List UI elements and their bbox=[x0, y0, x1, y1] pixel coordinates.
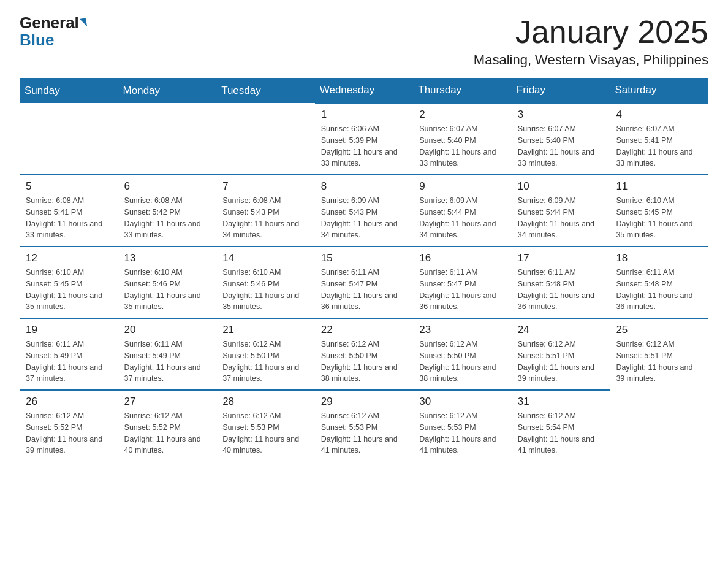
calendar-header-saturday: Saturday bbox=[610, 78, 708, 103]
day-info: Sunrise: 6:09 AM Sunset: 5:44 PM Dayligh… bbox=[518, 195, 604, 241]
day-info: Sunrise: 6:09 AM Sunset: 5:43 PM Dayligh… bbox=[321, 195, 408, 241]
day-info: Sunrise: 6:12 AM Sunset: 5:51 PM Dayligh… bbox=[616, 339, 702, 385]
calendar-cell: 4Sunrise: 6:07 AM Sunset: 5:41 PM Daylig… bbox=[610, 103, 708, 175]
calendar-cell: 23Sunrise: 6:12 AM Sunset: 5:50 PM Dayli… bbox=[413, 318, 512, 390]
day-info: Sunrise: 6:12 AM Sunset: 5:52 PM Dayligh… bbox=[124, 410, 211, 456]
day-info: Sunrise: 6:08 AM Sunset: 5:43 PM Dayligh… bbox=[222, 195, 309, 241]
calendar-cell: 27Sunrise: 6:12 AM Sunset: 5:52 PM Dayli… bbox=[118, 390, 217, 461]
day-number: 23 bbox=[419, 324, 506, 336]
day-number: 11 bbox=[616, 180, 702, 193]
calendar-header-friday: Friday bbox=[512, 78, 610, 103]
day-info: Sunrise: 6:10 AM Sunset: 5:46 PM Dayligh… bbox=[124, 267, 211, 313]
day-info: Sunrise: 6:12 AM Sunset: 5:50 PM Dayligh… bbox=[321, 339, 408, 385]
calendar-header-wednesday: Wednesday bbox=[315, 78, 414, 103]
day-number: 17 bbox=[518, 252, 604, 264]
calendar-cell bbox=[118, 103, 217, 175]
day-info: Sunrise: 6:11 AM Sunset: 5:49 PM Dayligh… bbox=[26, 339, 112, 385]
day-info: Sunrise: 6:11 AM Sunset: 5:48 PM Dayligh… bbox=[518, 267, 604, 313]
day-number: 29 bbox=[321, 396, 408, 408]
day-number: 15 bbox=[321, 252, 408, 264]
calendar-header-monday: Monday bbox=[118, 78, 217, 103]
day-number: 13 bbox=[124, 252, 211, 264]
calendar-cell: 28Sunrise: 6:12 AM Sunset: 5:53 PM Dayli… bbox=[216, 390, 315, 461]
calendar-week-row: 26Sunrise: 6:12 AM Sunset: 5:52 PM Dayli… bbox=[20, 390, 708, 461]
logo-general-text: General bbox=[20, 15, 79, 31]
calendar-cell: 15Sunrise: 6:11 AM Sunset: 5:47 PM Dayli… bbox=[315, 247, 414, 318]
calendar-cell: 25Sunrise: 6:12 AM Sunset: 5:51 PM Dayli… bbox=[610, 318, 708, 390]
day-info: Sunrise: 6:07 AM Sunset: 5:41 PM Dayligh… bbox=[616, 123, 702, 169]
logo-arrow-icon bbox=[80, 18, 87, 28]
day-number: 30 bbox=[419, 396, 506, 408]
day-number: 18 bbox=[616, 252, 702, 264]
calendar-cell: 8Sunrise: 6:09 AM Sunset: 5:43 PM Daylig… bbox=[315, 175, 414, 247]
day-number: 10 bbox=[518, 180, 604, 193]
day-info: Sunrise: 6:11 AM Sunset: 5:48 PM Dayligh… bbox=[616, 267, 702, 313]
day-info: Sunrise: 6:09 AM Sunset: 5:44 PM Dayligh… bbox=[419, 195, 506, 241]
day-number: 4 bbox=[616, 109, 702, 121]
day-number: 3 bbox=[518, 109, 604, 121]
location-title: Masaling, Western Visayas, Philippines bbox=[474, 52, 708, 68]
calendar-cell: 12Sunrise: 6:10 AM Sunset: 5:45 PM Dayli… bbox=[20, 247, 118, 318]
calendar-cell bbox=[20, 103, 118, 175]
day-number: 24 bbox=[518, 324, 604, 336]
day-number: 9 bbox=[419, 180, 506, 193]
calendar-table: SundayMondayTuesdayWednesdayThursdayFrid… bbox=[20, 78, 708, 461]
day-info: Sunrise: 6:11 AM Sunset: 5:47 PM Dayligh… bbox=[321, 267, 408, 313]
day-info: Sunrise: 6:10 AM Sunset: 5:45 PM Dayligh… bbox=[616, 195, 702, 241]
day-info: Sunrise: 6:08 AM Sunset: 5:41 PM Dayligh… bbox=[26, 195, 112, 241]
calendar-cell: 20Sunrise: 6:11 AM Sunset: 5:49 PM Dayli… bbox=[118, 318, 217, 390]
calendar-cell: 9Sunrise: 6:09 AM Sunset: 5:44 PM Daylig… bbox=[413, 175, 512, 247]
calendar-cell: 19Sunrise: 6:11 AM Sunset: 5:49 PM Dayli… bbox=[20, 318, 118, 390]
day-number: 2 bbox=[419, 109, 506, 121]
day-info: Sunrise: 6:12 AM Sunset: 5:51 PM Dayligh… bbox=[518, 339, 604, 385]
calendar-week-row: 12Sunrise: 6:10 AM Sunset: 5:45 PM Dayli… bbox=[20, 247, 708, 318]
calendar-cell: 10Sunrise: 6:09 AM Sunset: 5:44 PM Dayli… bbox=[512, 175, 610, 247]
calendar-cell: 5Sunrise: 6:08 AM Sunset: 5:41 PM Daylig… bbox=[20, 175, 118, 247]
calendar-cell: 29Sunrise: 6:12 AM Sunset: 5:53 PM Dayli… bbox=[315, 390, 414, 461]
calendar-cell: 14Sunrise: 6:10 AM Sunset: 5:46 PM Dayli… bbox=[216, 247, 315, 318]
title-block: January 2025 Masaling, Western Visayas, … bbox=[474, 15, 708, 68]
day-number: 27 bbox=[124, 396, 211, 408]
day-info: Sunrise: 6:06 AM Sunset: 5:39 PM Dayligh… bbox=[321, 123, 408, 169]
day-number: 19 bbox=[26, 324, 112, 336]
day-info: Sunrise: 6:10 AM Sunset: 5:45 PM Dayligh… bbox=[26, 267, 112, 313]
calendar-cell: 7Sunrise: 6:08 AM Sunset: 5:43 PM Daylig… bbox=[216, 175, 315, 247]
day-info: Sunrise: 6:12 AM Sunset: 5:53 PM Dayligh… bbox=[222, 410, 309, 456]
calendar-cell: 6Sunrise: 6:08 AM Sunset: 5:42 PM Daylig… bbox=[118, 175, 217, 247]
calendar-cell: 31Sunrise: 6:12 AM Sunset: 5:54 PM Dayli… bbox=[512, 390, 610, 461]
day-info: Sunrise: 6:12 AM Sunset: 5:53 PM Dayligh… bbox=[419, 410, 506, 456]
calendar-header-tuesday: Tuesday bbox=[216, 78, 315, 103]
calendar-cell bbox=[216, 103, 315, 175]
day-info: Sunrise: 6:12 AM Sunset: 5:50 PM Dayligh… bbox=[419, 339, 506, 385]
day-number: 25 bbox=[616, 324, 702, 336]
calendar-week-row: 1Sunrise: 6:06 AM Sunset: 5:39 PM Daylig… bbox=[20, 103, 708, 175]
day-number: 28 bbox=[222, 396, 309, 408]
calendar-cell: 3Sunrise: 6:07 AM Sunset: 5:40 PM Daylig… bbox=[512, 103, 610, 175]
calendar-cell: 30Sunrise: 6:12 AM Sunset: 5:53 PM Dayli… bbox=[413, 390, 512, 461]
day-info: Sunrise: 6:10 AM Sunset: 5:46 PM Dayligh… bbox=[222, 267, 309, 313]
day-number: 8 bbox=[321, 180, 408, 193]
logo: General Blue bbox=[20, 15, 88, 50]
calendar-header-row: SundayMondayTuesdayWednesdayThursdayFrid… bbox=[20, 78, 708, 103]
day-number: 14 bbox=[222, 252, 309, 264]
calendar-cell: 13Sunrise: 6:10 AM Sunset: 5:46 PM Dayli… bbox=[118, 247, 217, 318]
day-number: 16 bbox=[419, 252, 506, 264]
calendar-header-sunday: Sunday bbox=[20, 78, 118, 103]
calendar-cell: 24Sunrise: 6:12 AM Sunset: 5:51 PM Dayli… bbox=[512, 318, 610, 390]
day-info: Sunrise: 6:11 AM Sunset: 5:47 PM Dayligh… bbox=[419, 267, 506, 313]
calendar-cell: 18Sunrise: 6:11 AM Sunset: 5:48 PM Dayli… bbox=[610, 247, 708, 318]
day-number: 21 bbox=[222, 324, 309, 336]
day-info: Sunrise: 6:12 AM Sunset: 5:52 PM Dayligh… bbox=[26, 410, 112, 456]
day-info: Sunrise: 6:07 AM Sunset: 5:40 PM Dayligh… bbox=[419, 123, 506, 169]
day-info: Sunrise: 6:07 AM Sunset: 5:40 PM Dayligh… bbox=[518, 123, 604, 169]
calendar-week-row: 19Sunrise: 6:11 AM Sunset: 5:49 PM Dayli… bbox=[20, 318, 708, 390]
calendar-cell: 17Sunrise: 6:11 AM Sunset: 5:48 PM Dayli… bbox=[512, 247, 610, 318]
month-title: January 2025 bbox=[474, 15, 708, 50]
day-info: Sunrise: 6:08 AM Sunset: 5:42 PM Dayligh… bbox=[124, 195, 211, 241]
calendar-cell: 21Sunrise: 6:12 AM Sunset: 5:50 PM Dayli… bbox=[216, 318, 315, 390]
day-info: Sunrise: 6:12 AM Sunset: 5:50 PM Dayligh… bbox=[222, 339, 309, 385]
day-info: Sunrise: 6:11 AM Sunset: 5:49 PM Dayligh… bbox=[124, 339, 211, 385]
day-number: 26 bbox=[26, 396, 112, 408]
calendar-cell: 16Sunrise: 6:11 AM Sunset: 5:47 PM Dayli… bbox=[413, 247, 512, 318]
calendar-cell: 11Sunrise: 6:10 AM Sunset: 5:45 PM Dayli… bbox=[610, 175, 708, 247]
